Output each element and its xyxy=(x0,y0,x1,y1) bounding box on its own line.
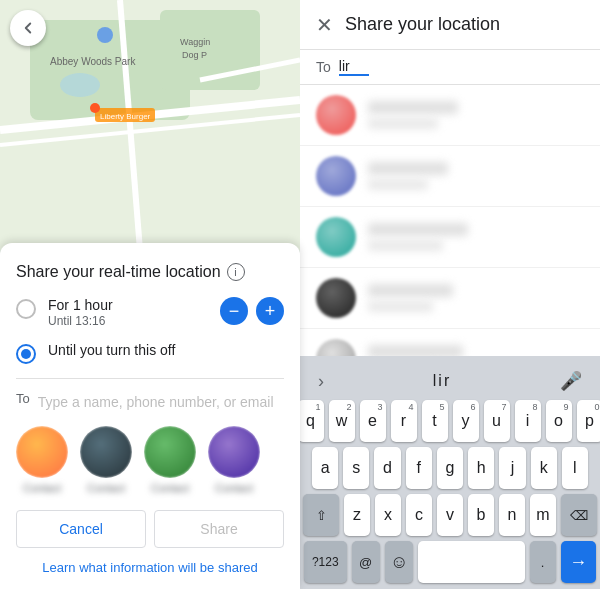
key-n[interactable]: n xyxy=(499,494,525,536)
keyboard-input-display: lir xyxy=(332,372,552,390)
contact-3[interactable]: Contact xyxy=(144,426,196,494)
suggestion-4[interactable] xyxy=(300,268,600,329)
sug-5-avatar xyxy=(316,339,356,356)
key-period[interactable]: . xyxy=(530,541,556,583)
sug-3-name xyxy=(368,223,468,236)
svg-text:Waggin: Waggin xyxy=(180,37,210,47)
key-g[interactable]: g xyxy=(437,447,463,489)
keyboard-row-1: q1 w2 e3 r4 t5 y6 u7 i8 o9 p0 xyxy=(302,400,598,442)
key-space[interactable] xyxy=(418,541,524,583)
hour-controls: − + xyxy=(220,297,284,325)
suggestion-1[interactable] xyxy=(300,85,600,146)
sug-4-info xyxy=(368,284,584,312)
keyboard-chevron[interactable]: › xyxy=(310,367,332,396)
key-o[interactable]: o9 xyxy=(546,400,572,442)
option-1-hour[interactable]: For 1 hour Until 13:16 − + xyxy=(16,297,284,328)
radio-turn-off[interactable] xyxy=(16,344,36,364)
contact-2-avatar xyxy=(80,426,132,478)
svg-text:Liberty Burger: Liberty Burger xyxy=(100,112,151,121)
key-emoji[interactable]: ☺ xyxy=(385,541,413,583)
contact-4-name: Contact xyxy=(215,482,253,494)
key-w[interactable]: w2 xyxy=(329,400,355,442)
key-v[interactable]: v xyxy=(437,494,463,536)
svg-point-14 xyxy=(97,27,113,43)
sug-4-avatar xyxy=(316,278,356,318)
sug-1-detail xyxy=(368,118,438,129)
svg-point-13 xyxy=(90,103,100,113)
key-r[interactable]: r4 xyxy=(391,400,417,442)
sug-1-info xyxy=(368,101,584,129)
key-b[interactable]: b xyxy=(468,494,494,536)
contact-4-avatar xyxy=(208,426,260,478)
key-c[interactable]: c xyxy=(406,494,432,536)
backspace-key[interactable]: ⌫ xyxy=(561,494,597,536)
key-enter[interactable]: → xyxy=(561,541,596,583)
sug-2-avatar xyxy=(316,156,356,196)
key-d[interactable]: d xyxy=(374,447,400,489)
sug-2-name xyxy=(368,162,448,175)
to-placeholder[interactable]: Type a name, phone number, or email xyxy=(38,394,274,410)
key-m[interactable]: m xyxy=(530,494,556,536)
shift-key[interactable]: ⇧ xyxy=(303,494,339,536)
learn-link[interactable]: Learn what information will be shared xyxy=(16,560,284,589)
key-l[interactable]: l xyxy=(562,447,588,489)
contact-2[interactable]: Contact xyxy=(80,426,132,494)
suggestion-3[interactable] xyxy=(300,207,600,268)
key-i[interactable]: i8 xyxy=(515,400,541,442)
keyboard-row-2: a s d f g h j k l xyxy=(302,447,598,489)
keyboard: › lir 🎤 q1 w2 e3 r4 t5 y6 u7 i8 o9 p0 a … xyxy=(300,356,600,589)
close-button[interactable]: ✕ xyxy=(316,15,333,35)
sug-1-avatar xyxy=(316,95,356,135)
svg-point-10 xyxy=(60,73,100,97)
key-j[interactable]: j xyxy=(499,447,525,489)
key-p[interactable]: p0 xyxy=(577,400,601,442)
to-section: To Type a name, phone number, or email xyxy=(16,378,284,412)
to-field-label: To xyxy=(316,59,331,75)
key-e[interactable]: e3 xyxy=(360,400,386,442)
suggestion-2[interactable] xyxy=(300,146,600,207)
key-q[interactable]: q1 xyxy=(298,400,324,442)
info-icon[interactable]: i xyxy=(227,263,245,281)
option-2-text: Until you turn this off xyxy=(48,342,284,358)
option-1-sublabel: Until 13:16 xyxy=(48,314,220,328)
key-t[interactable]: t5 xyxy=(422,400,448,442)
share-location-panel: Share your real-time location i For 1 ho… xyxy=(0,243,300,589)
decrease-hour-button[interactable]: − xyxy=(220,297,248,325)
suggestion-5[interactable] xyxy=(300,329,600,356)
sug-5-info xyxy=(368,345,584,356)
key-h[interactable]: h xyxy=(468,447,494,489)
option-turn-off[interactable]: Until you turn this off xyxy=(16,342,284,364)
key-u[interactable]: u7 xyxy=(484,400,510,442)
key-y[interactable]: y6 xyxy=(453,400,479,442)
keyboard-row-3: ⇧ z x c v b n m ⌫ xyxy=(302,494,598,536)
key-s[interactable]: s xyxy=(343,447,369,489)
right-panel: ✕ Share your location To lir xyxy=(300,0,600,589)
key-z[interactable]: z xyxy=(344,494,370,536)
key-x[interactable]: x xyxy=(375,494,401,536)
contact-1-name: Contact xyxy=(23,482,61,494)
contact-4[interactable]: Contact xyxy=(208,426,260,494)
sug-5-name xyxy=(368,345,463,356)
svg-text:Dog P: Dog P xyxy=(182,50,207,60)
share-button[interactable]: Share xyxy=(154,510,284,548)
key-123[interactable]: ?123 xyxy=(304,541,347,583)
sug-4-detail xyxy=(368,301,433,312)
to-input-row[interactable]: To lir xyxy=(300,50,600,85)
key-f[interactable]: f xyxy=(406,447,432,489)
contact-1[interactable]: Contact xyxy=(16,426,68,494)
cancel-button[interactable]: Cancel xyxy=(16,510,146,548)
key-a[interactable]: a xyxy=(312,447,338,489)
keyboard-mic[interactable]: 🎤 xyxy=(552,366,590,396)
panel-title: Share your real-time location i xyxy=(16,263,284,281)
back-button[interactable] xyxy=(10,10,46,46)
key-k[interactable]: k xyxy=(531,447,557,489)
contact-2-name: Contact xyxy=(87,482,125,494)
increase-hour-button[interactable]: + xyxy=(256,297,284,325)
sug-3-detail xyxy=(368,240,443,251)
key-at[interactable]: @ xyxy=(352,541,380,583)
to-input-value[interactable]: lir xyxy=(339,58,369,76)
option-2-label: Until you turn this off xyxy=(48,342,284,358)
radio-1-hour[interactable] xyxy=(16,299,36,319)
sug-2-info xyxy=(368,162,584,190)
option-1-text: For 1 hour Until 13:16 xyxy=(48,297,220,328)
